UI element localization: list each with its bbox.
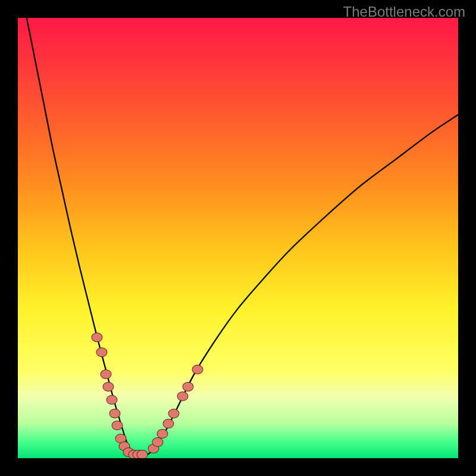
dot-left-3 — [103, 382, 114, 392]
chart-container: TheBottleneck.com — [0, 0, 476, 476]
plot-area — [18, 18, 458, 458]
curve-layer — [18, 18, 458, 458]
dot-left-6 — [112, 421, 123, 430]
dot-left-4 — [107, 395, 118, 405]
dot-right-7 — [192, 365, 203, 374]
dot-left-5 — [109, 409, 120, 418]
dot-left-0 — [92, 333, 103, 342]
dot-right-6 — [182, 382, 193, 392]
dot-right-2 — [156, 429, 168, 439]
bottleneck-curve — [27, 18, 458, 455]
dot-left-1 — [96, 347, 107, 357]
dot-right-1 — [152, 437, 164, 447]
dot-left-12 — [137, 450, 148, 458]
dot-right-3 — [163, 419, 174, 428]
dot-right-4 — [168, 409, 179, 418]
dot-right-5 — [177, 392, 188, 401]
dot-left-2 — [101, 369, 112, 379]
